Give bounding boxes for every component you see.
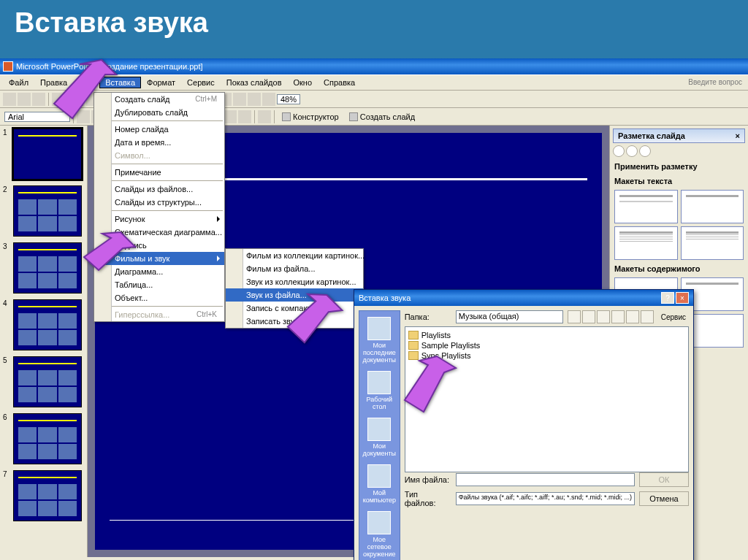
- color-button[interactable]: [262, 93, 275, 106]
- place-мой-компьютер[interactable]: Мой компьютер: [362, 461, 397, 507]
- views-icon[interactable]: [641, 310, 654, 323]
- increase-font-button[interactable]: [224, 110, 237, 123]
- layout-title-only[interactable]: [681, 190, 744, 223]
- menu-справка[interactable]: Справка: [318, 77, 361, 88]
- menuitem-символ---: Символ...: [94, 149, 224, 162]
- svg-marker-2: [285, 285, 346, 351]
- menuitem-фильм-из-коллекции-картинок---[interactable]: Фильм из коллекции картинок...: [226, 249, 363, 262]
- thumbnail-7[interactable]: 7: [3, 470, 84, 521]
- menuitem-фильм-из-файла---[interactable]: Фильм из файла...: [226, 262, 363, 275]
- menuitem-примечание[interactable]: Примечание: [94, 166, 224, 179]
- thumbnail-1[interactable]: 1: [3, 129, 84, 180]
- presentation-title-bar: Вставка звука: [0, 0, 748, 58]
- text-layouts[interactable]: [613, 188, 745, 261]
- designer-button[interactable]: Конструктор: [278, 112, 343, 121]
- arrow-2: [58, 228, 139, 282]
- tools-menu[interactable]: Сервис: [658, 313, 689, 321]
- close-icon[interactable]: ×: [676, 292, 689, 304]
- svg-marker-3: [405, 356, 456, 412]
- taskpane-nav[interactable]: [613, 143, 745, 159]
- folder-label: Папка:: [405, 312, 451, 321]
- app-icon: [3, 61, 13, 72]
- zoom-combo[interactable]: 48%: [277, 94, 300, 104]
- thumbnail-4[interactable]: 4: [3, 299, 84, 350]
- ok-button[interactable]: ОК: [639, 472, 689, 487]
- place-мое-сетевое-окружение[interactable]: Мое сетевое окружение: [362, 508, 397, 560]
- filetype-label: Тип файлов:: [405, 490, 451, 507]
- menu-показ слайдов[interactable]: Показ слайдов: [221, 77, 288, 88]
- file-playlists[interactable]: Playlists: [408, 330, 685, 340]
- menu-сервис[interactable]: Сервис: [181, 77, 221, 88]
- svg-marker-1: [84, 232, 135, 270]
- newfolder-icon[interactable]: [626, 310, 639, 323]
- apply-label: Применить разметку: [613, 159, 745, 174]
- menuitem-рисунок[interactable]: Рисунок: [94, 212, 224, 226]
- menu-окно[interactable]: Окно: [288, 77, 318, 88]
- thumbnail-6[interactable]: 6: [3, 413, 84, 464]
- arrow-3: [270, 285, 351, 361]
- grid-button[interactable]: [248, 93, 261, 106]
- nav-home-icon[interactable]: [639, 145, 651, 157]
- cancel-button[interactable]: Отмена: [639, 491, 689, 506]
- up-icon[interactable]: [582, 310, 595, 323]
- filetype-combo[interactable]: Файлы звука (*.aif; *.aifc; *.aiff; *.au…: [456, 492, 635, 505]
- new-button[interactable]: [3, 93, 16, 106]
- slide-thumbnails[interactable]: 1234567: [0, 126, 88, 557]
- dialog-titlebar[interactable]: Вставка звука ? ×: [354, 290, 693, 306]
- folder-combo[interactable]: Музыка (общая): [456, 310, 563, 323]
- menuitem-гиперссылка---: Гиперссылка...Ctrl+K: [94, 308, 224, 321]
- arrow-1: [18, 51, 120, 134]
- help-icon[interactable]: ?: [661, 292, 674, 304]
- menuitem-слайды-из-структуры---[interactable]: Слайды из структуры...: [94, 196, 224, 209]
- nav-back-icon[interactable]: [613, 145, 625, 157]
- menuitem-объект---[interactable]: Объект...: [94, 291, 224, 304]
- font-color-button[interactable]: [258, 110, 271, 123]
- filename-combo[interactable]: [456, 473, 635, 486]
- decrease-font-button[interactable]: [238, 110, 251, 123]
- search-icon[interactable]: [597, 310, 610, 323]
- dialog-title: Вставка звука: [359, 294, 411, 302]
- nav-fwd-icon[interactable]: [626, 145, 638, 157]
- menuitem-слайды-из-файлов---[interactable]: Слайды из файлов...: [94, 183, 224, 196]
- layout-two-col[interactable]: [681, 226, 744, 260]
- delete-icon[interactable]: [611, 310, 625, 323]
- places-bar[interactable]: Мои последние документыРабочий столМои д…: [359, 310, 400, 560]
- presentation-title: Вставка звука: [15, 7, 733, 39]
- back-icon[interactable]: [568, 310, 581, 323]
- ask-question-box[interactable]: Введите вопрос: [685, 77, 745, 88]
- menu-формат[interactable]: Формат: [141, 77, 181, 88]
- section-text-layouts: Макеты текста: [613, 174, 745, 188]
- menuitem-дата-и-время---[interactable]: Дата и время...: [94, 136, 224, 149]
- layout-title[interactable]: [614, 190, 678, 223]
- taskpane-header[interactable]: Разметка слайда×: [613, 129, 745, 143]
- show-formatting-button[interactable]: [233, 93, 246, 106]
- filename-label: Имя файла:: [405, 475, 451, 484]
- section-content-layouts: Макеты содержимого: [613, 261, 745, 276]
- new-slide-button[interactable]: Создать слайд: [345, 112, 419, 121]
- svg-marker-0: [54, 60, 116, 118]
- file-sample-playlists[interactable]: Sample Playlists: [408, 340, 685, 350]
- arrow-4: [386, 350, 466, 426]
- thumbnail-5[interactable]: 5: [3, 356, 84, 407]
- layout-bullets[interactable]: [614, 226, 678, 260]
